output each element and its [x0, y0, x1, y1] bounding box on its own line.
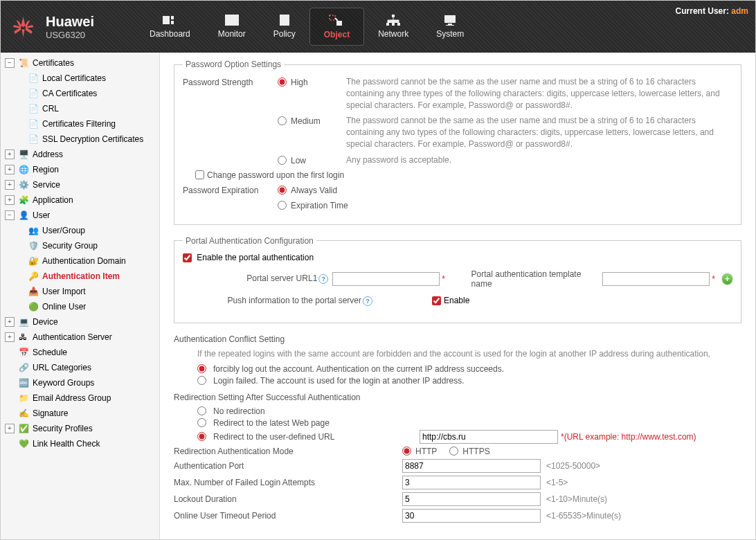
tab-monitor[interactable]: Monitor	[204, 8, 260, 46]
sidebar-item-crl[interactable]: 📄CRL	[1, 101, 159, 116]
sidebar-item-ca-cert[interactable]: 📄CA Certificates	[1, 86, 159, 101]
conflict-desc: If the repeated logins with the same acc…	[197, 348, 741, 360]
tab-object[interactable]: Object	[309, 8, 364, 46]
cert-icon: 📄	[28, 104, 39, 114]
tab-network[interactable]: Network	[364, 8, 422, 46]
redirect-latest-radio[interactable]	[197, 418, 206, 427]
timeout-hint: <1-65535>Minute(s)	[546, 511, 621, 521]
pw-high-desc: The password cannot be the same as the u…	[346, 76, 732, 111]
sidebar-item-service[interactable]: +⚙️Service	[1, 177, 159, 192]
redirect-latest-label: Redirect to the latest Web page	[213, 418, 330, 428]
sidebar-item-user-group[interactable]: 👥User/Group	[1, 223, 159, 238]
sidebar-item-user[interactable]: −👤User	[1, 208, 159, 223]
sidebar-item-ssl-decrypt[interactable]: 📄SSL Decryption Certificates	[1, 132, 159, 147]
enable-portal-checkbox[interactable]	[183, 253, 192, 262]
sidebar-item-url-categories[interactable]: 🔗URL Categories	[1, 360, 159, 375]
sidebar-item-address[interactable]: +🖥️Address	[1, 147, 159, 162]
sidebar-item-auth-domain[interactable]: 🔐Authentication Domain	[1, 253, 159, 269]
lockout-input[interactable]	[402, 492, 541, 506]
monitor-icon	[224, 13, 240, 27]
sidebar-item-online-user[interactable]: 🟢Online User	[1, 299, 159, 314]
required-marker: *	[442, 274, 445, 284]
shield-icon: 🛡️	[28, 241, 39, 251]
redirect-none-radio[interactable]	[197, 406, 206, 415]
object-icon	[328, 14, 345, 28]
sidebar-item-security-group[interactable]: 🛡️Security Group	[1, 238, 159, 253]
sidebar-item-region[interactable]: +🌐Region	[1, 162, 159, 177]
model-name: USG6320	[46, 30, 94, 40]
tab-dashboard[interactable]: Dashboard	[136, 8, 204, 46]
mode-http-radio[interactable]	[402, 447, 411, 456]
sidebar-item-email-group[interactable]: 📁Email Address Group	[1, 390, 159, 406]
sidebar-item-security-profiles[interactable]: +✅Security Profiles	[1, 421, 159, 436]
pw-always-valid-radio[interactable]	[278, 186, 287, 195]
svg-rect-4	[280, 15, 289, 26]
sidebar-item-auth-item[interactable]: 🔑Authentication Item	[1, 269, 159, 284]
sidebar-item-schedule[interactable]: 📅Schedule	[1, 345, 159, 360]
portal-tpl-input[interactable]	[602, 272, 710, 286]
expand-icon[interactable]: +	[5, 424, 15, 433]
redirect-user-radio[interactable]	[197, 432, 206, 441]
sidebar-item-application[interactable]: +🧩Application	[1, 192, 159, 208]
sidebar-item-local-cert[interactable]: 📄Local Certificates	[1, 71, 159, 86]
svg-rect-5	[282, 17, 287, 17]
portal-url-input[interactable]	[332, 272, 440, 286]
logo-area: Huawei USG6320	[8, 13, 94, 41]
push-enable-checkbox[interactable]	[432, 296, 441, 305]
dashboard-icon	[161, 13, 178, 27]
pw-strength-medium-radio[interactable]	[278, 116, 287, 125]
collapse-icon[interactable]: −	[5, 58, 15, 68]
sidebar-item-keyword-groups[interactable]: 🔤Keyword Groups	[1, 375, 159, 390]
help-icon[interactable]: ?	[363, 296, 372, 306]
change-first-login-checkbox[interactable]	[195, 170, 204, 179]
sidebar-item-auth-server[interactable]: +🖧Authentication Server	[1, 330, 159, 345]
expand-icon[interactable]: +	[5, 150, 15, 159]
mode-https-radio[interactable]	[449, 447, 458, 456]
redirect-url-input[interactable]	[420, 430, 558, 444]
health-icon: 💚	[19, 439, 30, 449]
auth-port-input[interactable]	[402, 459, 541, 473]
expand-icon[interactable]: +	[5, 180, 15, 190]
sidebar-item-signature[interactable]: ✍️Signature	[1, 406, 159, 421]
sidebar: −📜Certificates 📄Local Certificates 📄CA C…	[1, 53, 160, 539]
expand-icon[interactable]: +	[5, 195, 15, 205]
expand-icon[interactable]: +	[5, 332, 15, 342]
timeout-input[interactable]	[402, 509, 541, 523]
user-icon: 👤	[19, 210, 30, 220]
help-icon[interactable]: ?	[318, 274, 328, 284]
pw-expiration-time-radio[interactable]	[278, 201, 287, 210]
conflict-fail-radio[interactable]	[197, 376, 206, 385]
sidebar-item-certificates[interactable]: −📜Certificates	[1, 55, 159, 71]
link-icon: 🔗	[19, 363, 30, 372]
users-icon: 👥	[28, 226, 39, 235]
network-icon	[385, 13, 402, 27]
current-user: Current User: adm	[676, 6, 748, 16]
conflict-logout-radio[interactable]	[197, 364, 206, 373]
max-failed-input[interactable]	[402, 476, 541, 489]
sidebar-item-link-health[interactable]: 💚Link Health Check	[1, 436, 159, 451]
sidebar-item-cert-filtering[interactable]: 📄Certificates Filtering	[1, 116, 159, 132]
header: Huawei USG6320 Dashboard Monitor Policy …	[1, 1, 755, 53]
sidebar-item-user-import[interactable]: 📥User Import	[1, 284, 159, 299]
pw-medium-desc: The password cannot be the same as the u…	[346, 115, 732, 150]
redirect-title: Redirection Setting After Successful Aut…	[174, 393, 741, 402]
lockout-hint: <1-10>Minute(s)	[546, 494, 607, 504]
expand-icon[interactable]: +	[5, 165, 15, 174]
tab-policy[interactable]: Policy	[260, 8, 309, 46]
timeout-label: Online User Timeout Period	[174, 511, 402, 521]
key-icon: 🔑	[28, 271, 39, 281]
add-icon[interactable]: +	[722, 273, 732, 285]
tab-system[interactable]: System	[422, 8, 478, 46]
redirect-user-label: Redirect to the user-defined URL	[213, 432, 386, 442]
conflict-title: Authentication Conflict Setting	[174, 334, 741, 344]
pw-strength-low-radio[interactable]	[278, 156, 287, 165]
collapse-icon[interactable]: −	[5, 210, 15, 220]
pw-strength-high-radio[interactable]	[278, 78, 287, 87]
redir-mode-label: Redirection Authentication Mode	[174, 447, 402, 456]
portal-tpl-label: Portal authentication template name	[471, 269, 596, 289]
expand-icon[interactable]: +	[5, 317, 15, 327]
svg-rect-1	[171, 16, 174, 19]
device-icon: 💻	[19, 317, 30, 327]
portal-url-label: Portal server URL1	[246, 273, 317, 283]
sidebar-item-device[interactable]: +💻Device	[1, 314, 159, 330]
